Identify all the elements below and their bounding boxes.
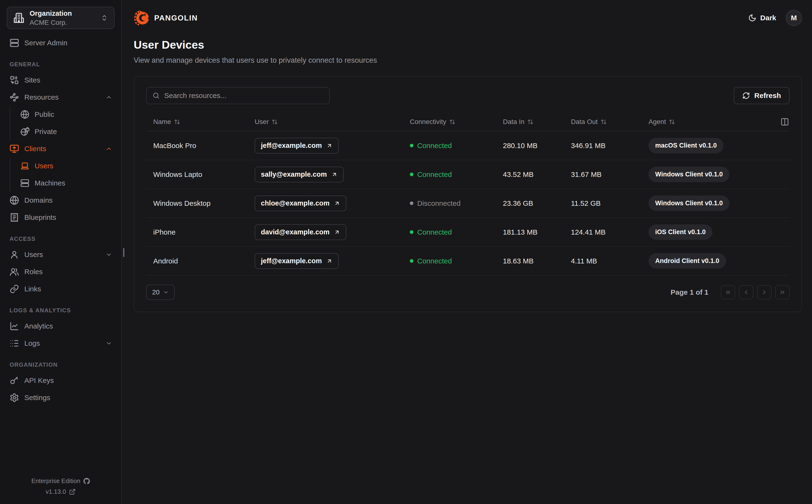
table-row: iPhone david@example.com Connected 181.1…: [146, 218, 790, 247]
edition-label: Enterprise Edition: [31, 477, 80, 485]
refresh-button[interactable]: Refresh: [734, 87, 790, 104]
sidebar-item-label: Settings: [24, 394, 50, 402]
user-link[interactable]: jeff@example.com: [255, 253, 339, 269]
waypoints-icon: [10, 93, 19, 102]
page-title: User Devices: [134, 38, 802, 51]
sidebar-item-machines[interactable]: Machines: [18, 175, 114, 192]
gear-icon: [10, 393, 19, 402]
sort-icon: [174, 119, 180, 125]
chevrons-right-icon: [779, 289, 786, 296]
sidebar-item-public[interactable]: Public: [18, 106, 114, 123]
user-link[interactable]: chloe@example.com: [255, 195, 346, 211]
sidebar-item-sites[interactable]: Sites: [7, 72, 114, 89]
data-out-value: 11.52 GB: [571, 199, 649, 207]
column-header-connectivity[interactable]: Connectivity: [410, 118, 503, 126]
devices-card: Refresh Name User Connectivity Data In D…: [134, 76, 802, 312]
monitor-up-icon: [10, 144, 19, 154]
column-header-data-out[interactable]: Data Out: [571, 118, 649, 126]
table-row: MacBook Pro jeff@example.com Connected 2…: [146, 131, 790, 160]
sidebar-item-label: Resources: [24, 93, 58, 101]
chevron-down-icon: [105, 251, 112, 258]
sidebar-item-label: Roles: [24, 268, 43, 276]
sidebar-item-analytics[interactable]: Analytics: [7, 318, 114, 335]
arrow-up-right-icon: [331, 171, 338, 178]
org-switcher[interactable]: Organization ACME Corp.: [7, 7, 114, 29]
data-out-value: 124.41 MB: [571, 228, 649, 236]
topbar-right: Dark M: [748, 10, 802, 26]
users-icon: [10, 267, 19, 277]
globe-icon: [20, 110, 29, 119]
sidebar-item-label: API Keys: [24, 376, 54, 385]
data-in-value: 280.10 MB: [503, 142, 571, 150]
column-header-name[interactable]: Name: [146, 118, 255, 126]
next-page-button[interactable]: [757, 285, 771, 299]
avatar[interactable]: M: [786, 10, 802, 26]
first-page-button[interactable]: [721, 285, 735, 299]
sidebar-item-blueprints[interactable]: Blueprints: [7, 209, 114, 226]
page-size-select[interactable]: 20: [146, 285, 175, 300]
last-page-button[interactable]: [775, 285, 790, 299]
page-info: Page 1 of 1: [671, 288, 708, 296]
sidebar-item-users[interactable]: Users: [7, 246, 114, 263]
sidebar-item-domains[interactable]: Domains: [7, 192, 114, 209]
data-out-value: 346.91 MB: [571, 142, 649, 150]
brand[interactable]: PANGOLIN: [134, 10, 198, 26]
sidebar-item-api-keys[interactable]: API Keys: [7, 372, 114, 389]
device-name: Android: [146, 257, 255, 265]
agent-badge: macOS Client v0.1.0: [649, 138, 724, 153]
theme-toggle[interactable]: Dark: [748, 14, 776, 22]
data-in-value: 23.36 GB: [503, 199, 571, 207]
sidebar-item-label: Links: [24, 285, 41, 293]
user-link[interactable]: david@example.com: [255, 224, 346, 240]
chevron-right-icon: [761, 289, 768, 296]
org-switcher-value: ACME Corp.: [30, 19, 72, 26]
columns-icon[interactable]: [781, 118, 789, 126]
sidebar-item-roles[interactable]: Roles: [7, 263, 114, 280]
sidebar-item-links[interactable]: Links: [7, 280, 114, 298]
user-link[interactable]: jeff@example.com: [255, 138, 339, 154]
sidebar-item-label: Clients: [24, 145, 46, 153]
agent-badge: Android Client v0.1.0: [649, 253, 726, 269]
device-name: MacBook Pro: [146, 142, 255, 150]
sidebar-item-server-admin[interactable]: Server Admin: [7, 34, 114, 51]
page-subtitle: View and manage devices that users use t…: [134, 56, 802, 65]
version-line[interactable]: v1.13.0: [46, 488, 75, 495]
column-header-agent[interactable]: Agent: [649, 118, 790, 126]
status-dot: [410, 173, 413, 176]
sort-icon: [669, 119, 675, 125]
search-input[interactable]: [164, 92, 324, 100]
sidebar-nav: Server Admin GENERAL Sites Resources: [0, 34, 121, 406]
column-header-data-in[interactable]: Data In: [503, 118, 571, 126]
sidebar-item-clients[interactable]: Clients: [7, 140, 114, 157]
edition-line[interactable]: Enterprise Edition: [31, 477, 90, 485]
user-link[interactable]: sally@example.com: [255, 167, 344, 182]
sidebar-item-label: Blueprints: [24, 213, 56, 221]
sidebar-item-settings[interactable]: Settings: [7, 389, 114, 406]
table-header: Name User Connectivity Data In Data Out …: [146, 113, 790, 131]
sidebar-item-clients-users[interactable]: Users: [18, 157, 114, 175]
sidebar-item-logs[interactable]: Logs: [7, 335, 114, 352]
page-size-value: 20: [152, 288, 159, 296]
data-in-value: 181.13 MB: [503, 228, 571, 236]
sidebar-item-label: Public: [35, 110, 54, 118]
status-dot: [410, 230, 413, 234]
sidebar-item-private[interactable]: Private: [18, 123, 114, 140]
sort-icon: [449, 119, 455, 125]
pangolin-logo-icon: [134, 10, 150, 26]
sidebar-item-resources[interactable]: Resources: [7, 89, 114, 106]
version-label: v1.13.0: [46, 488, 66, 495]
data-in-value: 43.52 MB: [503, 170, 571, 179]
logs-icon: [10, 339, 19, 348]
globe-lock-icon: [20, 127, 29, 136]
connectivity-status: Connected: [410, 257, 503, 265]
connectivity-status: Disconnected: [410, 199, 503, 207]
table-row: Android jeff@example.com Connected 18.63…: [146, 247, 790, 276]
arrow-up-right-icon: [326, 258, 333, 264]
pager-controls: Page 1 of 1: [671, 285, 790, 299]
prev-page-button[interactable]: [739, 285, 753, 299]
sidebar-item-label: Sites: [24, 76, 40, 84]
table-row: Windows Desktop chloe@example.com Discon…: [146, 189, 790, 218]
connectivity-status: Connected: [410, 170, 503, 179]
column-header-user[interactable]: User: [255, 118, 410, 126]
building-icon: [13, 12, 24, 23]
